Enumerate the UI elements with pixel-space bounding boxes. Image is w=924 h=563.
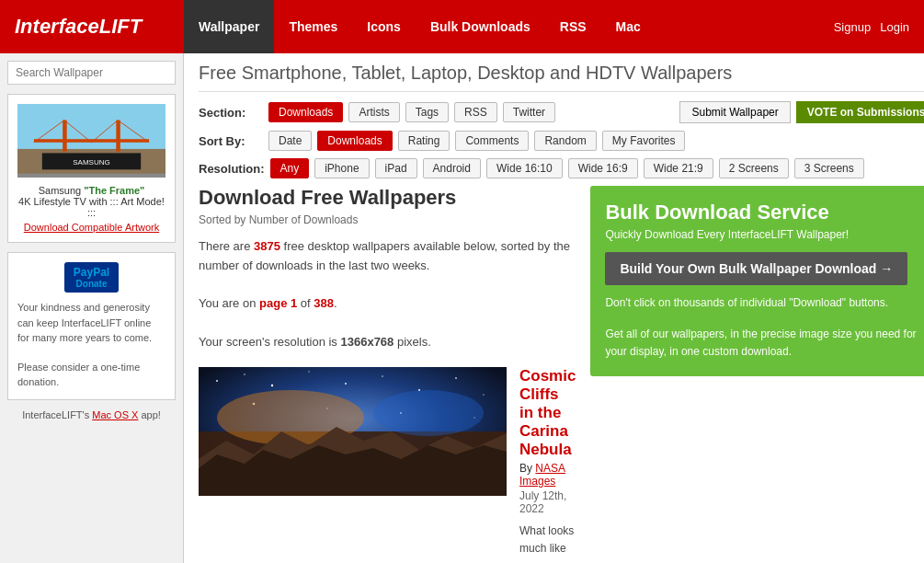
- res-android[interactable]: Android: [423, 158, 481, 178]
- sort-favorites[interactable]: My Favorites: [602, 131, 686, 151]
- paypal-icon: PayPal Donate: [64, 262, 119, 293]
- svg-point-15: [271, 385, 273, 386]
- svg-point-21: [483, 394, 484, 395]
- sort-random[interactable]: Random: [534, 131, 596, 151]
- svg-text:SAMSUNG: SAMSUNG: [73, 158, 110, 167]
- nav-icons[interactable]: Icons: [352, 0, 416, 53]
- bulk-title: Bulk Download Service: [605, 201, 924, 224]
- ad-title: Samsung "The Frame" 4K Lifestyle TV with…: [17, 185, 165, 218]
- bulk-text1: Don't click on thousands of individual "…: [605, 294, 924, 312]
- content-area: Download Free Wallpapers Sorted by Numbe…: [199, 186, 924, 563]
- svg-point-14: [244, 373, 245, 375]
- main-content: Free Smartphone, Tablet, Laptop, Desktop…: [184, 53, 924, 563]
- svg-point-18: [382, 375, 383, 377]
- nav-rss[interactable]: RSS: [545, 0, 601, 53]
- bulk-sidebar: Bulk Download Service Quickly Download E…: [590, 186, 924, 563]
- res-3screens[interactable]: 3 Screens: [794, 158, 864, 178]
- bulk-box: Bulk Download Service Quickly Download E…: [590, 186, 924, 376]
- sort-rating[interactable]: Rating: [398, 131, 451, 151]
- submit-wallpaper-button[interactable]: Submit Wallpaper: [679, 101, 790, 123]
- section-artists[interactable]: Artists: [348, 102, 399, 122]
- content-subtitle: Sorted by Number of Downloads: [199, 213, 576, 226]
- wallpaper-description: What looks much like craggy mountains on…: [519, 523, 576, 563]
- res-2screens[interactable]: 2 Screens: [719, 158, 789, 178]
- svg-rect-0: [17, 108, 165, 149]
- svg-point-20: [455, 377, 457, 379]
- res-wide-1610[interactable]: Wide 16:10: [486, 158, 563, 178]
- sidebar: SAMSUNG Samsung "The Frame" 4K Lifestyle…: [0, 53, 184, 563]
- res-wide-219[interactable]: Wide 21:9: [644, 158, 713, 178]
- sort-downloads[interactable]: Downloads: [317, 131, 392, 151]
- ad-image: SAMSUNG: [17, 104, 165, 178]
- page-title: Free Smartphone, Tablet, Laptop, Desktop…: [199, 63, 924, 92]
- section-rss[interactable]: RSS: [454, 102, 497, 122]
- svg-point-17: [345, 383, 347, 385]
- wallpaper-entry: Cosmic Cliffs in the Carina Nebula By NA…: [199, 367, 576, 563]
- nav-wallpaper[interactable]: Wallpaper: [184, 0, 274, 53]
- svg-point-16: [308, 371, 309, 372]
- left-content: Download Free Wallpapers Sorted by Numbe…: [199, 186, 576, 563]
- logo-text: InterfaceLIFT: [15, 15, 142, 39]
- res-wide-169[interactable]: Wide 16:9: [568, 158, 638, 178]
- ad-link[interactable]: Download Compatible Artwork: [17, 222, 165, 233]
- sidebar-footer: InterfaceLIFT's Mac OS X app!: [7, 409, 176, 420]
- sort-label: Sort By:: [199, 134, 263, 148]
- svg-point-27: [373, 390, 484, 436]
- wallpaper-thumbnail[interactable]: [199, 367, 507, 496]
- sort-comments[interactable]: Comments: [455, 131, 529, 151]
- site-logo[interactable]: InterfaceLIFT: [0, 0, 184, 53]
- nav-mac[interactable]: Mac: [601, 0, 656, 53]
- section-label: Section:: [199, 106, 263, 120]
- search-input[interactable]: [7, 61, 176, 85]
- bulk-download-button[interactable]: Build Your Own Bulk Wallpaper Download →: [605, 252, 907, 285]
- signup-link[interactable]: Signup: [834, 20, 871, 34]
- res-ipad[interactable]: iPad: [375, 158, 417, 178]
- section-downloads[interactable]: Downloads: [268, 102, 343, 122]
- donate-text1: Your kindness and generosity can keep In…: [17, 300, 165, 346]
- sort-toolbar: Sort By: Date Downloads Rating Comments …: [199, 131, 924, 151]
- wallpaper-date: July 12th, 2022: [519, 489, 576, 515]
- wallpaper-info: Cosmic Cliffs in the Carina Nebula By NA…: [519, 367, 576, 563]
- samsung-ad: SAMSUNG Samsung "The Frame" 4K Lifestyle…: [7, 94, 176, 243]
- content-body: There are 3875 free desktop wallpapers a…: [199, 237, 576, 352]
- svg-point-13: [216, 380, 218, 382]
- section-tags[interactable]: Tags: [405, 102, 449, 122]
- vote-button[interactable]: VOTE on Submissions!: [796, 101, 924, 123]
- nav-themes[interactable]: Themes: [274, 0, 352, 53]
- bulk-text2: Get all of our wallpapers, in the precis…: [605, 326, 924, 361]
- resolution-toolbar: Resolution: Any iPhone iPad Android Wide…: [199, 158, 924, 178]
- bulk-subtitle: Quickly Download Every InterfaceLIFT Wal…: [605, 228, 924, 241]
- wallpaper-author: By NASA Images: [519, 462, 576, 488]
- section-twitter[interactable]: Twitter: [503, 102, 555, 122]
- nav-bulk-downloads[interactable]: Bulk Downloads: [416, 0, 545, 53]
- macosx-link[interactable]: Mac OS X: [92, 409, 138, 420]
- main-navigation: Wallpaper Themes Icons Bulk Downloads RS…: [184, 0, 819, 53]
- content-title: Download Free Wallpapers: [199, 186, 576, 210]
- sort-date[interactable]: Date: [268, 131, 312, 151]
- wallpaper-title[interactable]: Cosmic Cliffs in the Carina Nebula: [519, 367, 576, 459]
- header-auth: Signup Login: [819, 0, 924, 53]
- svg-rect-2: [63, 121, 66, 152]
- res-iphone[interactable]: iPhone: [314, 158, 369, 178]
- res-any[interactable]: Any: [270, 158, 310, 178]
- donate-section: PayPal Donate Your kindness and generosi…: [7, 252, 176, 400]
- ad-title-bold: "The Frame": [84, 185, 144, 196]
- resolution-label: Resolution:: [199, 162, 265, 176]
- login-link[interactable]: Login: [880, 20, 909, 34]
- section-toolbar: Section: Downloads Artists Tags RSS Twit…: [199, 101, 924, 123]
- donate-text2: Please consider a one-time donation.: [17, 360, 165, 390]
- svg-rect-3: [116, 121, 120, 152]
